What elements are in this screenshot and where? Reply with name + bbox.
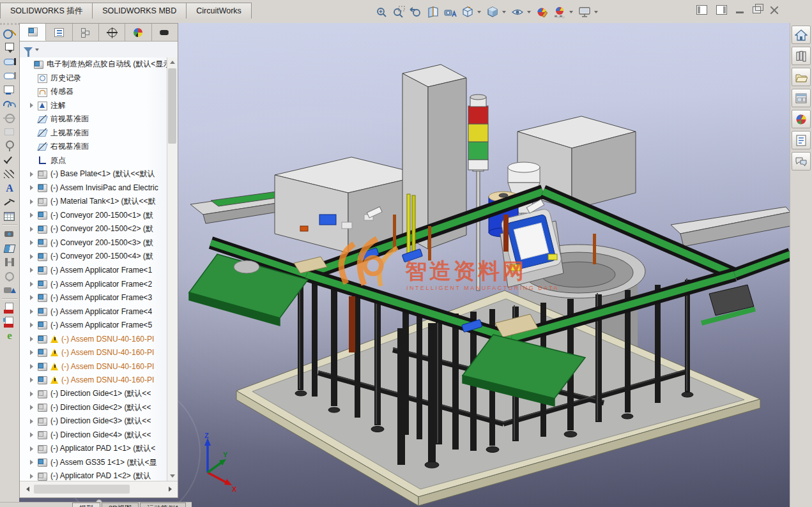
section-view-tool-icon[interactable] <box>3 243 16 254</box>
view-palette-icon[interactable] <box>792 89 811 107</box>
section-view-icon[interactable] <box>425 4 441 20</box>
dynamic-annotation-views-icon[interactable] <box>443 4 458 20</box>
tab-configurationmanager[interactable] <box>73 24 99 41</box>
tree-item[interactable]: (-) Conveyor 200-1500<2> (默 <box>20 222 178 236</box>
hide-show-items-icon[interactable] <box>510 4 525 20</box>
tree-item[interactable]: (-) Assem DSNU-40-160-PI <box>20 374 178 388</box>
expand-arrow-icon[interactable] <box>30 337 38 342</box>
display-style-dropdown[interactable] <box>502 11 506 13</box>
tree-item[interactable]: (-) Assem Applicator Frame<1 <box>20 264 178 278</box>
tables-icon[interactable] <box>3 211 16 222</box>
tree-item[interactable]: (-) Assem Applicator Frame<5 <box>20 319 178 333</box>
dynamic-annotation-views-tool-icon[interactable] <box>3 285 16 296</box>
expand-arrow-icon[interactable] <box>30 460 38 465</box>
tree-item[interactable]: (-) Assem DSNU-40-160-PI <box>20 346 178 360</box>
tree-item[interactable]: 注解 <box>20 99 178 113</box>
tree-item[interactable]: (-) Assem InvisiPac and Electric <box>20 181 178 195</box>
expand-arrow-icon[interactable] <box>30 419 38 424</box>
tab-model[interactable]: 模型 <box>72 503 100 507</box>
tree-item[interactable]: (-) Direction Gide<2> (默认<< <box>20 401 178 415</box>
surface-finish-icon[interactable] <box>3 140 16 151</box>
file-explorer-icon[interactable] <box>792 68 811 86</box>
tree-item[interactable]: (-) Assem DSNU-40-160-PI <box>20 359 178 374</box>
display-style-icon[interactable] <box>485 4 500 20</box>
tree-item[interactable]: (-) Material Tank<1> (默认<<默 <box>20 195 178 209</box>
tab-motion-study[interactable]: 运动算例1 <box>140 503 186 507</box>
note-icon[interactable]: A <box>3 183 16 193</box>
expand-arrow-icon[interactable] <box>30 282 38 287</box>
tab-circuitworks[interactable]: CircuitWorks <box>187 3 252 19</box>
expand-arrow-icon[interactable] <box>30 474 38 479</box>
custom-properties-icon[interactable] <box>792 131 811 149</box>
tree-item[interactable]: 传感器 <box>20 85 178 99</box>
expand-arrow-icon[interactable] <box>30 89 38 95</box>
expand-arrow-icon[interactable] <box>30 254 38 259</box>
tree-horizontal-scrollbar[interactable] <box>20 481 178 497</box>
apply-scene-icon[interactable] <box>552 4 567 20</box>
expand-arrow-icon[interactable] <box>30 158 38 163</box>
tab-featuremanager-design-tree[interactable] <box>20 24 46 41</box>
publish-3d-pdf-template-icon[interactable] <box>3 317 16 328</box>
apply-scene-dropdown[interactable] <box>569 11 573 13</box>
horizontal-scroll-thumb[interactable] <box>34 485 130 494</box>
tree-item[interactable]: (-) Assem GS35 1<1> (默认<显 <box>20 456 178 470</box>
previous-view-icon[interactable] <box>408 4 424 20</box>
tree-vertical-scrollbar[interactable] <box>167 57 177 481</box>
expand-arrow-icon[interactable] <box>30 391 38 397</box>
3d-view-capture-icon[interactable] <box>3 229 16 239</box>
expand-arrow-icon[interactable] <box>30 240 38 245</box>
tree-item[interactable]: (-) Assem Applicator Frame<3 <box>20 291 178 305</box>
expand-arrow-icon[interactable] <box>30 377 38 382</box>
tree-item[interactable]: (-) Direction Gide<4> (默认<< <box>20 428 178 443</box>
expand-arrow-icon[interactable] <box>30 75 38 80</box>
expand-arrow-icon[interactable] <box>30 227 38 232</box>
expand-arrow-icon[interactable] <box>30 199 38 204</box>
weld-symbol-icon[interactable] <box>3 155 16 165</box>
scroll-down-icon[interactable] <box>167 471 177 481</box>
view-settings-dropdown[interactable] <box>594 11 598 13</box>
expand-arrow-icon[interactable] <box>26 62 34 67</box>
geometric-tolerance-icon[interactable] <box>3 98 16 109</box>
design-library-icon[interactable] <box>792 47 811 65</box>
copy-settings-icon[interactable] <box>3 271 16 282</box>
expand-arrow-icon[interactable] <box>30 172 38 177</box>
close-icon[interactable] <box>770 6 779 15</box>
tree-item[interactable]: (-) Assem DSNU-40-160-PI <box>20 332 178 346</box>
tree-item[interactable]: (-) Conveyor 200-1500<4> (默 <box>20 250 178 264</box>
scroll-right-icon[interactable] <box>165 484 175 494</box>
expand-arrow-icon[interactable] <box>30 309 38 314</box>
tab-displaymanager[interactable] <box>125 24 151 41</box>
cycle-pane-right-icon[interactable] <box>716 5 727 15</box>
solidworks-forum-icon[interactable] <box>792 152 811 170</box>
datum-icon[interactable] <box>3 42 16 53</box>
edit-appearance-icon[interactable] <box>535 4 550 20</box>
expand-arrow-icon[interactable] <box>30 185 38 190</box>
scroll-left-icon[interactable] <box>22 484 33 494</box>
tab-dimxpertmanager[interactable] <box>99 24 125 41</box>
restore-icon[interactable] <box>753 6 761 13</box>
size-dimension-icon[interactable] <box>3 56 16 67</box>
datum-target-icon[interactable] <box>3 112 16 123</box>
publish-edrawings-icon[interactable]: e <box>3 331 16 342</box>
expand-arrow-icon[interactable] <box>30 350 38 355</box>
hide-show-items-dropdown[interactable] <box>527 11 531 13</box>
cycle-pane-left-icon[interactable] <box>696 5 707 15</box>
zoom-to-fit-icon[interactable] <box>374 4 389 20</box>
expand-arrow-icon[interactable] <box>30 405 38 410</box>
vertical-scroll-thumb[interactable] <box>168 68 176 144</box>
tree-item[interactable]: (-) Applicator PAD 1<2> (默认 <box>20 469 178 481</box>
expand-arrow-icon[interactable] <box>30 432 38 437</box>
tab-circuitworks[interactable] <box>152 24 178 41</box>
tab-propertymanager[interactable] <box>46 24 72 41</box>
caterpillar-icon[interactable] <box>3 169 16 179</box>
tree-item[interactable]: 电子制造热熔点胶自动线 (默认<显示 <box>20 57 178 72</box>
appearances-scenes-icon[interactable] <box>792 110 811 128</box>
tab-solidworks-mbd[interactable]: SOLIDWORKS MBD <box>93 3 187 19</box>
tree-item[interactable]: (-) Direction Gide<1> (默认<< <box>20 387 178 401</box>
tolerance-status-icon[interactable] <box>3 84 16 95</box>
expand-arrow-icon[interactable] <box>30 213 38 218</box>
expand-arrow-icon[interactable] <box>30 103 38 108</box>
view-orientation-dropdown[interactable] <box>477 11 481 13</box>
tree-item[interactable]: 右视基准面 <box>20 140 178 154</box>
publish-3d-pdf-icon[interactable] <box>3 303 16 314</box>
